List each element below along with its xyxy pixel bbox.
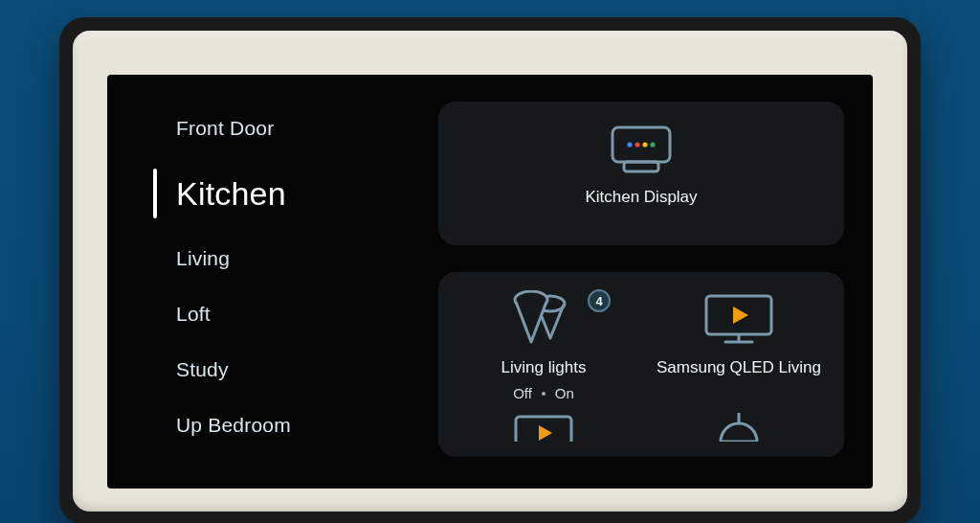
smart-display-icon (605, 124, 678, 175)
screen: Front Door Kitchen Living Loft Study Up … (107, 75, 873, 489)
tile-samsung-tv[interactable]: Samsung QLED Living (651, 289, 827, 401)
card-peek-row (456, 413, 827, 442)
status-off[interactable]: Off (513, 385, 532, 401)
tile-label: Living lights (501, 358, 587, 377)
device-count: 4 (595, 294, 602, 308)
tile-living-lights[interactable]: 4 (456, 289, 632, 401)
svg-rect-0 (612, 127, 670, 162)
room-item-front-door[interactable]: Front Door (153, 103, 429, 153)
svg-point-4 (642, 142, 647, 147)
device-bezel: Front Door Kitchen Living Loft Study Up … (73, 31, 907, 512)
room-item-living[interactable]: Living (153, 234, 429, 284)
card-kitchen-display: Kitchen Display (438, 102, 844, 245)
device-frame: Front Door Kitchen Living Loft Study Up … (59, 17, 921, 523)
room-list: Front Door Kitchen Living Loft Study Up … (107, 75, 429, 489)
room-label: Kitchen (176, 175, 286, 213)
status-separator-dot (542, 392, 546, 396)
svg-marker-13 (539, 425, 552, 441)
room-label: Front Door (176, 117, 274, 140)
room-label: Up Bedroom (176, 414, 291, 437)
status-on[interactable]: On (555, 385, 574, 401)
room-item-loft[interactable]: Loft (153, 289, 429, 339)
cast-device-icon (512, 413, 575, 442)
pendant-light-icon (715, 413, 763, 442)
tile-label: Samsung QLED Living (657, 358, 821, 377)
svg-marker-11 (733, 307, 748, 324)
room-item-up-bedroom[interactable]: Up Bedroom (153, 400, 429, 450)
card-living-devices: 4 (438, 272, 844, 457)
svg-rect-1 (624, 162, 658, 171)
svg-point-3 (635, 142, 639, 147)
tile-label: Kitchen Display (585, 188, 697, 207)
tv-icon (701, 292, 777, 348)
device-cards: Kitchen Display 4 (429, 75, 873, 489)
svg-point-5 (650, 142, 655, 147)
svg-point-2 (627, 142, 632, 147)
device-count-badge: 4 (588, 289, 611, 312)
light-group-icon (510, 290, 577, 350)
room-label: Living (176, 247, 230, 270)
light-status-row: Off On (513, 385, 574, 401)
room-item-kitchen[interactable]: Kitchen (153, 159, 429, 228)
room-item-study[interactable]: Study (153, 345, 429, 395)
room-label: Study (176, 358, 229, 381)
room-label: Loft (176, 303, 211, 326)
tile-kitchen-display[interactable]: Kitchen Display (456, 119, 827, 207)
